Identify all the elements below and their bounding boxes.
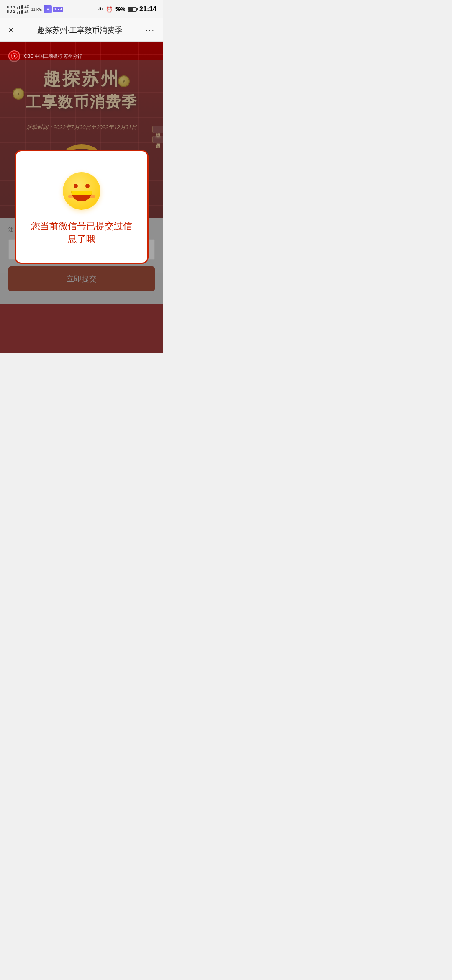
svg-text:工: 工 bbox=[13, 55, 16, 58]
close-button[interactable]: × bbox=[8, 25, 14, 36]
emoji-eye-right bbox=[85, 184, 90, 188]
eye-icon: 👁 bbox=[98, 6, 103, 13]
battery-icon bbox=[128, 7, 137, 12]
network-speed: 11 K/s bbox=[31, 7, 42, 12]
modal-overlay: 您当前微信号已提交过信息了哦 bbox=[0, 60, 163, 353]
smiley-emoji bbox=[63, 172, 100, 210]
emoji-mouth bbox=[71, 191, 92, 201]
modal-message: 您当前微信号已提交过信息了哦 bbox=[28, 220, 135, 246]
clock-icon: ⏰ bbox=[106, 6, 113, 13]
main-content: 工 ICBC 中国工商银行 苏州分行 趣探苏州 工享数币消费季 活动时间：202… bbox=[0, 42, 163, 353]
time-display: 21:14 bbox=[139, 5, 157, 13]
battery-percent: 59% bbox=[115, 6, 125, 12]
status-left: HD 1 HD 2 4G 46 11 K/s ✦ bbox=[7, 5, 63, 14]
signal-bars-2: 46 bbox=[17, 10, 30, 14]
status-right: 👁 ⏰ 59% 21:14 bbox=[98, 5, 157, 13]
carrier-hd: HD 1 HD 2 bbox=[7, 5, 15, 13]
page-title: 趣探苏州·工享数币消费季 bbox=[37, 25, 122, 35]
status-bar: HD 1 HD 2 4G 46 11 K/s ✦ bbox=[0, 0, 163, 18]
icbc-text: ICBC 中国工商银行 苏州分行 bbox=[23, 53, 82, 59]
title-bar: × 趣探苏州·工享数币消费季 ··· bbox=[0, 18, 163, 42]
emoji-eye-left bbox=[74, 184, 78, 188]
more-options-button[interactable]: ··· bbox=[145, 25, 155, 35]
soul-app-badge: ✦ Soul bbox=[44, 5, 63, 13]
signal-group: 4G 46 bbox=[17, 5, 30, 14]
signal-bars-1: 4G bbox=[17, 5, 30, 9]
modal-box: 您当前微信号已提交过信息了哦 bbox=[15, 150, 149, 264]
